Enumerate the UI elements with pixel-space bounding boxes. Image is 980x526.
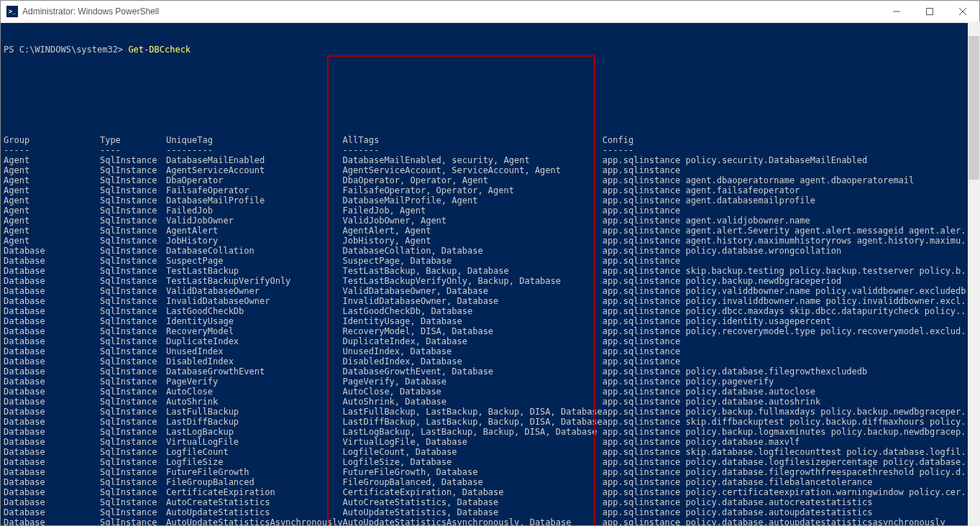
cell: UnusedIndex — [166, 346, 343, 356]
cell: AutoUpdateStatistics — [166, 507, 343, 517]
cell: SuspectPage, Database — [343, 256, 603, 266]
vertical-scrollbar[interactable] — [968, 22, 980, 526]
blank-line — [4, 105, 976, 115]
col-header-alltags: AllTags — [343, 135, 603, 145]
cell: Database — [4, 296, 100, 306]
powershell-icon: >_ — [6, 6, 18, 17]
cell: SqlInstance — [100, 266, 166, 276]
cell: Agent — [4, 155, 100, 165]
cell: SqlInstance — [100, 356, 166, 366]
minimize-button[interactable] — [880, 1, 913, 22]
cell: TestLastBackupVerifyOnly, Backup, Databa… — [343, 276, 603, 286]
cell: CertificateExpiration, Database — [343, 487, 603, 497]
cell: Database — [4, 507, 100, 517]
table-row: DatabaseSqlInstanceAutoUpdateStatisticsA… — [4, 507, 976, 517]
cell: app.sqlinstance agent.validjobowner.name — [603, 216, 976, 226]
cell: AutoCreateStatistics — [166, 497, 343, 507]
cell: SqlInstance — [100, 195, 166, 206]
prompt-text: PS C:\WINDOWS\system32> — [4, 45, 128, 55]
table-row: AgentSqlInstanceValidJobOwnerValidJobOwn… — [4, 216, 976, 226]
table-row: DatabaseSqlInstanceValidDatabaseOwnerVal… — [4, 286, 976, 296]
cell: AgentServiceAccount, ServiceAccount, Age… — [343, 165, 603, 175]
cell: SqlInstance — [100, 467, 166, 477]
scrollbar-thumb[interactable] — [968, 36, 979, 180]
cell: Database — [4, 427, 100, 437]
cell: app.sqlinstance — [603, 346, 976, 356]
table-row: AgentSqlInstanceJobHistoryJobHistory, Ag… — [4, 236, 976, 246]
cell: LastDiffBackup, LastBackup, Backup, DISA… — [343, 417, 603, 427]
cell: SqlInstance — [100, 417, 166, 427]
table-row: DatabaseSqlInstanceRecoveryModelRecovery… — [4, 326, 976, 336]
table-row: DatabaseSqlInstanceDuplicateIndexDuplica… — [4, 336, 976, 346]
cell: app.sqlinstance — [603, 256, 976, 266]
cell: app.sqlinstance policy.certificateexpira… — [603, 487, 976, 497]
cell: SqlInstance — [100, 185, 166, 195]
cell: RecoveryModel — [166, 326, 343, 336]
cell: Database — [4, 457, 100, 467]
cell: Database — [4, 346, 100, 356]
close-button[interactable] — [946, 1, 979, 22]
cell: app.sqlinstance skip.backup.testing poli… — [603, 266, 976, 276]
cell: ValidJobOwner — [166, 216, 343, 226]
cell: LastFullBackup, LastBackup, Backup, DISA… — [343, 407, 603, 417]
cell: app.sqlinstance policy.database.logfiles… — [603, 457, 976, 467]
cell: SqlInstance — [100, 226, 166, 236]
cell: DisabledIndex, Database — [343, 356, 603, 366]
cell: app.sqlinstance policy.validdbowner.name… — [603, 286, 976, 296]
cell: SqlInstance — [100, 336, 166, 346]
cell: SqlInstance — [100, 437, 166, 447]
cell: SqlInstance — [100, 497, 166, 507]
cell: InvalidDatabaseOwner, Database — [343, 296, 603, 306]
table-row: DatabaseSqlInstanceDisabledIndexDisabled… — [4, 356, 976, 366]
cell: Database — [4, 467, 100, 477]
cell: DbaOperator, Operator, Agent — [343, 175, 603, 185]
table-row: DatabaseSqlInstanceLogfileCountLogfileCo… — [4, 447, 976, 457]
table-row: AgentSqlInstanceFailedJobFailedJob, Agen… — [4, 206, 976, 216]
table-row: DatabaseSqlInstanceVirtualLogFileVirtual… — [4, 437, 976, 447]
cell: AutoCreateStatistics, Database — [343, 497, 603, 507]
cell: LogfileSize — [166, 457, 343, 467]
cell: SqlInstance — [100, 346, 166, 356]
cell: SqlInstance — [100, 477, 166, 487]
cell: SqlInstance — [100, 236, 166, 246]
cell: Database — [4, 246, 100, 256]
table-row: DatabaseSqlInstanceLastFullBackupLastFul… — [4, 407, 976, 417]
cell: SqlInstance — [100, 427, 166, 437]
cell: JobHistory — [166, 236, 343, 246]
blank-line — [4, 75, 976, 85]
cell: AutoUpdateStatistics, Database — [343, 507, 603, 517]
cell: Agent — [4, 206, 100, 216]
titlebar[interactable]: >_ Administrator: Windows PowerShell — [1, 1, 979, 23]
cell: Database — [4, 497, 100, 507]
table-row: DatabaseSqlInstanceLastDiffBackupLastDif… — [4, 417, 976, 427]
cell: DatabaseGrowthEvent — [166, 366, 343, 377]
cell: AutoUpdateStatisticsAsynchronously — [166, 517, 343, 525]
cell: LogfileCount, Database — [343, 447, 603, 457]
maximize-button[interactable] — [913, 1, 946, 22]
cell: app.sqlinstance policy.database.wrongcol… — [603, 246, 976, 256]
cell: PageVerify, Database — [343, 377, 603, 387]
cell: SqlInstance — [100, 165, 166, 175]
cell: Database — [4, 377, 100, 387]
cell: SqlInstance — [100, 397, 166, 407]
cell: AgentAlert — [166, 226, 343, 236]
cell: LastLogBackup — [166, 427, 343, 437]
table-row: DatabaseSqlInstanceIdentityUsageIdentity… — [4, 316, 976, 326]
cell: Database — [4, 407, 100, 417]
cell: app.sqlinstance policy.database.filegrow… — [603, 467, 976, 477]
cell: FileGroupBalanced, Database — [343, 477, 603, 487]
cell: LastGoodCheckDb, Database — [343, 306, 603, 316]
cell: Database — [4, 256, 100, 266]
output-table: Group Type UniqueTag AllTags Config ----… — [4, 135, 976, 525]
cell: AutoShrink, Database — [343, 397, 603, 407]
cell: AgentAlert, Agent — [343, 226, 603, 236]
cell: SqlInstance — [100, 256, 166, 266]
cell: app.sqlinstance policy.backup.fullmaxday… — [603, 407, 976, 417]
cell: app.sqlinstance policy.database.autocrea… — [603, 497, 976, 507]
table-row: DatabaseSqlInstanceAutoShrinkAutoShrink,… — [4, 397, 976, 407]
cell: app.sqlinstance agent.dbaoperatorname ag… — [603, 175, 976, 185]
cell: LastDiffBackup — [166, 417, 343, 427]
cell: app.sqlinstance policy.pageverify — [603, 377, 976, 387]
cell: TestLastBackupVerifyOnly — [166, 276, 343, 286]
terminal-output[interactable]: PS C:\WINDOWS\system32> Get-DBCcheck Gro… — [1, 23, 979, 525]
